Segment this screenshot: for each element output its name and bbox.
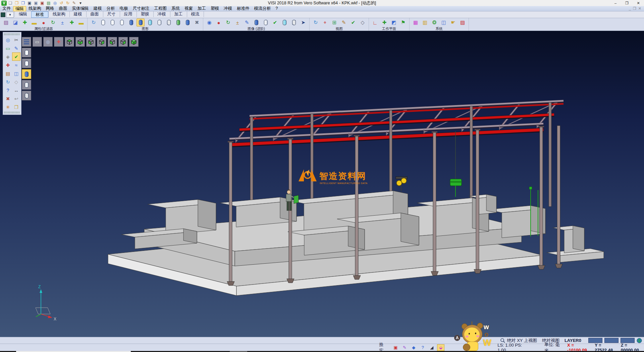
view-front-icon[interactable] [108, 37, 117, 47]
undo-arrow-icon[interactable]: ↩ [12, 94, 20, 103]
zoom-view-icon[interactable]: ◎ [43, 37, 53, 47]
tab-塑膜[interactable]: 塑膜 [137, 11, 153, 17]
filter-trafficlight-icon[interactable]: ● [40, 18, 48, 27]
menu-冲模[interactable]: 冲模 [221, 6, 234, 11]
delete-icon[interactable]: ✖ [4, 94, 12, 103]
open-doc-icon[interactable]: ❐ [12, 103, 20, 111]
adv-trafficlight-icon[interactable]: ● [215, 18, 223, 27]
open-file-icon[interactable]: ❐ [14, 1, 19, 6]
preview-icon[interactable]: ◎ [52, 1, 58, 6]
3d-viewport[interactable]: 智造资料网 INTELLIGENT MANUFACTURING DATA Z X… [0, 31, 644, 337]
mdi-restore-button[interactable]: ❐ [633, 6, 636, 11]
menu-塑模[interactable]: 塑模 [208, 6, 221, 11]
solid-cube-icon[interactable]: ◇ [12, 78, 20, 86]
menu-尺寸标注[interactable]: 尺寸标注 [130, 6, 152, 11]
pen-icon[interactable]: ✎ [71, 1, 77, 6]
view-bottom-icon[interactable] [75, 37, 85, 47]
adv-flat-icon[interactable] [262, 18, 270, 27]
measure-icon[interactable]: ↔ [12, 86, 20, 94]
tab-线架构[interactable]: 线架构 [48, 11, 69, 17]
render-dynamic-icon[interactable] [174, 18, 182, 27]
validate-icon[interactable]: ✔ [12, 52, 20, 61]
menu-?[interactable]: ? [273, 6, 280, 11]
sys-window-icon[interactable]: ◫ [440, 18, 448, 27]
view-accept-icon[interactable]: ✔ [349, 18, 357, 27]
fill-icon[interactable]: ◆ [410, 344, 417, 351]
tab-编辑[interactable]: 编辑 [14, 11, 31, 17]
print-icon[interactable]: ▤ [46, 1, 51, 6]
plane-new-icon[interactable]: ✚ [380, 18, 388, 27]
adv-shaded-icon[interactable] [252, 18, 260, 27]
menu-视窗[interactable]: 视窗 [182, 6, 195, 11]
help-icon[interactable]: ? [419, 344, 426, 351]
attr-doc-eye-icon[interactable]: ◪ [11, 18, 19, 27]
tab-冲模[interactable]: 冲模 [153, 11, 170, 17]
strip-flat-icon[interactable] [22, 80, 31, 90]
shaded-edges-icon[interactable] [137, 18, 145, 27]
fit-view-icon[interactable]: ▭ [33, 37, 42, 47]
spline-icon[interactable]: ≈ [12, 61, 20, 69]
menu-加工[interactable]: 加工 [195, 6, 208, 11]
visibility-remove-icon[interactable]: ▬ [30, 18, 38, 27]
view-iso-icon[interactable]: ◇ [359, 18, 367, 27]
menu-标准件[interactable]: 标准件 [234, 6, 252, 11]
menu-编辑[interactable]: 编辑 [13, 6, 26, 11]
help-icon[interactable]: ? [4, 86, 12, 94]
tab-建模[interactable]: 建模 [69, 11, 86, 17]
attr-paint-icon[interactable]: ▨ [2, 18, 10, 27]
render-strip-menu-button[interactable] [22, 37, 31, 47]
view-window-icon[interactable]: ⊞ [330, 18, 338, 27]
show-all-icon[interactable]: ✚ [68, 18, 76, 27]
view-top-icon[interactable] [65, 37, 74, 47]
adv-check-icon[interactable]: ✔ [271, 18, 279, 27]
sys-palette-icon[interactable]: ▦ [412, 18, 420, 27]
menu-系统[interactable]: 系统 [169, 6, 182, 11]
axes-view-icon[interactable]: ✚ [54, 37, 63, 47]
save-icon[interactable]: ▣ [27, 1, 32, 6]
menu-建模[interactable]: 建模 [91, 6, 104, 11]
menu-工程图[interactable]: 工程图 [152, 6, 169, 11]
view-left-icon[interactable] [86, 37, 96, 47]
tab-应用[interactable]: 应用 [120, 11, 137, 17]
minimize-button[interactable]: – [610, 0, 621, 6]
redo-icon[interactable]: ↻ [65, 1, 70, 6]
adv-arrow-icon[interactable]: ➤ [299, 18, 307, 27]
sys-grid-icon[interactable]: ▨ [459, 18, 467, 27]
new-file-icon[interactable]: ❏ [8, 1, 13, 6]
rect-select-icon[interactable]: ▭ [4, 44, 12, 52]
menu-曲面[interactable]: 曲面 [57, 6, 70, 11]
attributes-icon[interactable]: ▤ [4, 69, 12, 78]
wand-icon[interactable]: ✎ [401, 344, 408, 351]
render-settings-icon[interactable]: ✖ [193, 18, 201, 27]
copy-icon[interactable]: ❒ [20, 1, 26, 6]
lock-toggle[interactable]: 拴牢 [379, 342, 387, 352]
tab-模流[interactable]: 模流 [187, 11, 204, 17]
tab-曲面[interactable]: 曲面 [86, 11, 103, 17]
regen-icon[interactable]: ↻ [4, 78, 12, 86]
sys-calc-icon[interactable]: ▥ [421, 18, 429, 27]
view-sketch-icon[interactable]: ✎ [340, 18, 348, 27]
plane-face-icon[interactable]: ◩ [390, 18, 398, 27]
plane-axis-icon[interactable]: ∟ [371, 18, 379, 27]
menu-网格[interactable]: 网格 [44, 6, 57, 11]
view-target-icon[interactable]: ⌖ [321, 18, 329, 27]
adv-refresh-icon[interactable]: ↻ [224, 18, 232, 27]
visibility-toggle-icon[interactable]: ± [58, 18, 66, 27]
view-right-icon[interactable] [97, 37, 106, 47]
menu-实体编辑[interactable]: 实体编辑 [70, 6, 91, 11]
snap-icon[interactable]: ◢ [428, 344, 435, 351]
strip-wireframe-icon[interactable] [22, 48, 31, 57]
view-back-icon[interactable] [118, 37, 128, 47]
visi-logo[interactable]: V [1, 1, 7, 6]
plane-flag-icon[interactable]: ⚑ [399, 18, 407, 27]
tab-尺寸[interactable]: 尺寸 [103, 11, 120, 17]
flat-icon[interactable] [155, 18, 163, 27]
undo-icon[interactable]: ↺ [59, 1, 64, 6]
trim-icon[interactable]: ✂ [12, 36, 20, 44]
tab-dropdown-button[interactable]: ▼ [6, 12, 14, 18]
view-iso-icon[interactable] [129, 37, 139, 47]
wheel-icon[interactable]: ✳ [4, 103, 12, 111]
hide-all-icon[interactable]: ▬ [77, 18, 85, 27]
hidden-line-icon[interactable] [108, 18, 116, 27]
hidden-dashed-icon[interactable] [118, 18, 126, 27]
